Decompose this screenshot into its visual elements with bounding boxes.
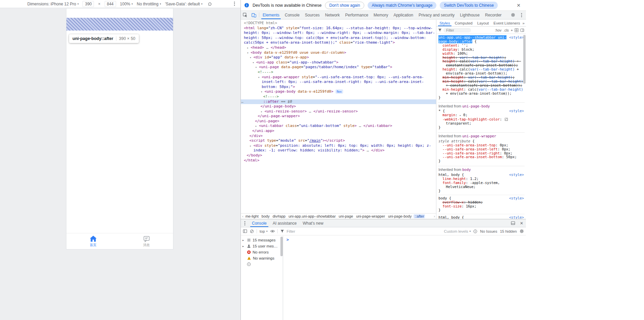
dom-line[interactable]: </div> bbox=[241, 134, 436, 139]
css-var-link[interactable]: var(--tab-bar-height) bbox=[470, 67, 515, 71]
css-declaration[interactable]: min-height: calc(var(--tab-bar-height) +… bbox=[438, 88, 525, 96]
breadcrumb-item[interactable]: uni-page bbox=[338, 214, 354, 218]
color-swatch[interactable] bbox=[505, 118, 508, 121]
css-selector-line[interactable]: style attribute { bbox=[438, 139, 525, 143]
device-select[interactable]: Dimensions: iPhone 12 Pro ▾ bbox=[28, 2, 79, 6]
drawer-tab-ai-assistance[interactable]: AI assistance bbox=[270, 219, 300, 227]
node-options-icon[interactable]: … bbox=[241, 99, 244, 104]
styles-toggle-hov-button[interactable]: :hov bbox=[495, 28, 501, 32]
dom-line[interactable]: <!----> bbox=[241, 70, 436, 75]
css-declaration[interactable]: --uni-safe-area-inset-bottom: 50px; bbox=[438, 155, 525, 159]
twisty-icon[interactable]: ▸ bbox=[255, 124, 257, 129]
dom-line[interactable]: </body> bbox=[241, 153, 436, 158]
dom-line[interactable]: </uni-page> bbox=[241, 119, 436, 124]
console-messages-area[interactable]: > bbox=[283, 236, 526, 320]
tab-console[interactable]: Console bbox=[282, 11, 302, 19]
device-toolbar-toggle-icon[interactable] bbox=[250, 11, 258, 19]
breadcrumb-item[interactable]: body bbox=[261, 214, 271, 218]
inspect-element-icon[interactable] bbox=[241, 11, 250, 19]
new-style-rule-panel-icon[interactable] bbox=[520, 28, 524, 32]
dom-line[interactable]: ▾<uni-page-wrapper style="--uni-safe-are… bbox=[241, 75, 436, 90]
console-filter-item[interactable]: ▸15 user mes… bbox=[241, 243, 283, 249]
styles-toggle--button[interactable]: + bbox=[511, 28, 513, 32]
stylesheet-source-link[interactable]: <style> bbox=[509, 216, 524, 219]
css-var-link[interactable]: var(--tab-bar-height) bbox=[479, 87, 523, 91]
more-tabs-icon[interactable]: » bbox=[523, 21, 526, 25]
dom-line[interactable]: <!----> bbox=[241, 94, 436, 99]
twisty-icon[interactable]: ▾ bbox=[250, 55, 252, 60]
breadcrumb-item[interactable]: uni-app.uni-app--showtabbar bbox=[287, 214, 337, 218]
css-var-link[interactable]: var(--tab-bar-height) bbox=[470, 59, 515, 63]
css-var-link[interactable]: var(--tab-bar-height) bbox=[468, 75, 513, 79]
twisty-icon[interactable]: ▾ bbox=[261, 90, 263, 95]
dom-line[interactable]: ▾<uni-page data-page="pages/tabbar/home/… bbox=[241, 65, 436, 70]
dom-line[interactable]: ▾<uni-page-body data-v-e1259fd0>flex bbox=[241, 89, 436, 94]
css-var-link[interactable]: var(--tab-bar-height) bbox=[460, 55, 504, 59]
breadcrumb-prev-icon[interactable]: ‹ bbox=[242, 214, 244, 218]
console-filter-item[interactable]: ▸15 messages bbox=[241, 237, 283, 243]
stylesheet-source-link[interactable]: <style> bbox=[509, 36, 524, 40]
kebab-menu-icon[interactable] bbox=[517, 11, 526, 19]
twisty-icon[interactable]: ▸ bbox=[247, 46, 249, 51]
dom-line[interactable]: ▸<uni-resize-sensor> … </uni-resize-sens… bbox=[241, 109, 436, 114]
close-icon[interactable]: ✕ bbox=[515, 3, 523, 8]
css-var-link[interactable]: var(--tab-bar-height) bbox=[479, 79, 523, 83]
console-filter-item[interactable]: No errors bbox=[241, 249, 283, 255]
log-levels-select[interactable]: Custom levels ▾ bbox=[444, 229, 471, 233]
tab-sources[interactable]: Sources bbox=[302, 11, 322, 19]
gear-icon[interactable] bbox=[508, 11, 517, 19]
breadcrumb-next-icon[interactable]: › bbox=[434, 214, 435, 218]
styles-toggle-cls-button[interactable]: .cls bbox=[503, 28, 509, 32]
twisty-icon[interactable]: ▸ bbox=[243, 245, 245, 248]
stylesheet-source-link[interactable]: <style> bbox=[509, 173, 524, 177]
css-selector-line[interactable]: html, body {<style> bbox=[438, 214, 525, 219]
console-filter-item[interactable]: No warnings bbox=[241, 255, 283, 261]
twisty-icon[interactable]: ▾ bbox=[247, 51, 249, 56]
hidden-messages-counter[interactable]: 15 hidden bbox=[500, 229, 517, 233]
dom-line[interactable]: <!DOCTYPE html> bbox=[241, 21, 436, 26]
inherited-node-link[interactable]: uni-page-wrapper bbox=[462, 134, 496, 138]
tab-privacy-and-security[interactable]: Privacy and security bbox=[416, 11, 457, 19]
twisty-icon[interactable]: ▸ bbox=[243, 239, 245, 242]
css-declaration[interactable]: -webkit-tap-highlight-color: transparent… bbox=[438, 118, 525, 126]
drawer-tab-what-s-new[interactable]: What's new bbox=[300, 219, 326, 227]
dom-line[interactable]: <html lang="zh-CN" style="font-size: 16.… bbox=[241, 26, 436, 45]
css-selector-line[interactable]: uni-app.uni-app--showtabbar uni-page-bod… bbox=[438, 36, 525, 44]
sidebar-tab-layout[interactable]: Layout bbox=[475, 20, 491, 26]
breadcrumb-item[interactable]: uni-page-body bbox=[387, 214, 413, 218]
rotate-icon[interactable] bbox=[206, 2, 213, 6]
twisty-icon[interactable]: ▾ bbox=[253, 60, 254, 65]
css-declaration[interactable]: height: calc(var(--tab-bar-height) + con… bbox=[438, 59, 525, 67]
save-data-select[interactable]: 'Save-Data': default ▾ bbox=[165, 2, 203, 6]
twisty-icon[interactable]: ▸ bbox=[261, 109, 263, 115]
inherited-node-link[interactable]: body bbox=[462, 168, 471, 172]
attribute-link[interactable]: /main bbox=[309, 138, 320, 143]
twisty-icon[interactable]: ▾ bbox=[258, 75, 260, 80]
tabbar-item-home[interactable]: 首页 bbox=[66, 233, 120, 249]
clear-console-icon[interactable] bbox=[250, 229, 254, 233]
css-declaration[interactable]: height: calc(var(--tab-bar-height) + env… bbox=[438, 67, 525, 76]
css-selector-line[interactable]: body {<style> bbox=[438, 195, 525, 200]
grid-swatch-icon[interactable] bbox=[515, 28, 519, 32]
twisty-icon[interactable]: ▾ bbox=[255, 65, 257, 70]
tab-recorder[interactable]: Recorder bbox=[482, 11, 504, 19]
dom-line[interactable]: </uni-app> bbox=[241, 129, 436, 134]
styles-scrollbar[interactable] bbox=[523, 35, 526, 218]
breadcrumb-item[interactable]: div#app bbox=[272, 214, 287, 218]
css-selector-line[interactable]: * {<style> bbox=[438, 109, 525, 113]
throttling-select[interactable]: No throttling ▾ bbox=[137, 2, 161, 6]
kebab-menu-icon[interactable] bbox=[231, 1, 238, 6]
console-prompt-icon[interactable]: > bbox=[286, 237, 289, 242]
sidebar-tab-styles[interactable]: Styles bbox=[437, 20, 452, 26]
zoom-select[interactable]: 100% ▾ bbox=[120, 2, 133, 6]
console-filter-item[interactable] bbox=[241, 261, 283, 266]
stylesheet-source-link[interactable]: <style> bbox=[509, 109, 524, 113]
tab-elements[interactable]: Elements bbox=[260, 11, 282, 19]
dom-line[interactable]: </html> bbox=[241, 158, 436, 163]
close-icon[interactable]: ✕ bbox=[517, 219, 526, 227]
twisty-icon[interactable]: ▸ bbox=[250, 144, 252, 149]
css-selector-line[interactable]: html, body {<style> bbox=[438, 173, 525, 177]
dom-line[interactable]: </uni-page-body> bbox=[241, 104, 436, 109]
breadcrumb-item[interactable]: ::after bbox=[414, 214, 425, 218]
tab-network[interactable]: Network bbox=[322, 11, 342, 19]
